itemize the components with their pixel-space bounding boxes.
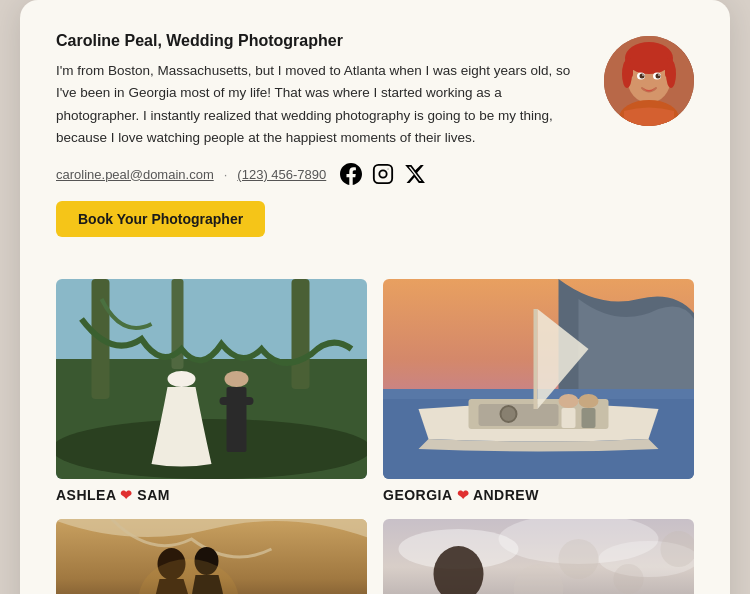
caption-ashlea-sam: ASHLEA ❤ SAM: [56, 487, 367, 503]
svg-rect-26: [220, 397, 254, 405]
gallery-item-ashlea-sam: ASHLEA ❤ SAM: [56, 279, 367, 503]
svg-point-48: [614, 564, 644, 594]
heart-icon-ashlea: ❤: [120, 487, 137, 503]
svg-rect-31: [479, 404, 559, 426]
svg-point-9: [666, 60, 676, 88]
svg-point-32: [501, 406, 517, 422]
gallery-image-georgia-andrew: [383, 279, 694, 479]
svg-point-33: [559, 394, 579, 408]
svg-rect-37: [534, 309, 538, 409]
gallery-item-bottom-left: [56, 519, 367, 594]
separator: ·: [224, 167, 228, 182]
svg-rect-25: [227, 387, 247, 452]
contact-row: caroline.peal@domain.com · (123) 456-789…: [56, 163, 580, 185]
svg-point-35: [579, 394, 599, 408]
avatar-container: [604, 36, 694, 126]
svg-rect-34: [562, 408, 576, 428]
email-link[interactable]: caroline.peal@domain.com: [56, 167, 214, 182]
svg-point-23: [168, 371, 196, 387]
photographer-bio: I'm from Boston, Massachusetts, but I mo…: [56, 60, 580, 149]
svg-point-1: [380, 170, 387, 177]
caption-left-ashlea: ASHLEA: [56, 487, 116, 503]
caption-right-andrew: ANDREW: [473, 487, 539, 503]
svg-point-8: [622, 60, 632, 88]
profile-section: Caroline Peal, Wedding Photographer I'm …: [56, 32, 694, 261]
svg-point-24: [225, 371, 249, 387]
svg-point-47: [559, 539, 599, 579]
gallery-image-ashlea-sam: [56, 279, 367, 479]
svg-point-12: [640, 74, 645, 79]
social-icons: [340, 163, 426, 185]
avatar: [604, 36, 694, 126]
x-twitter-icon[interactable]: [404, 163, 426, 185]
svg-point-2: [388, 169, 389, 170]
heart-icon-georgia: ❤: [457, 487, 473, 503]
svg-rect-20: [292, 279, 310, 389]
facebook-icon[interactable]: [340, 163, 362, 185]
profile-text: Caroline Peal, Wedding Photographer I'm …: [56, 32, 580, 261]
phone-link[interactable]: (123) 456-7890: [237, 167, 326, 182]
svg-point-15: [658, 74, 660, 76]
svg-point-14: [642, 74, 644, 76]
gallery-item-georgia-andrew: GEORGIA ❤ ANDREW: [383, 279, 694, 503]
svg-rect-36: [582, 408, 596, 428]
gallery-image-bottom-left: [56, 519, 367, 594]
gallery-image-bottom-right: [383, 519, 694, 594]
profile-card: Caroline Peal, Wedding Photographer I'm …: [20, 0, 730, 594]
avatar-placeholder: [604, 36, 694, 126]
caption-left-georgia: GEORGIA: [383, 487, 452, 503]
caption-georgia-andrew: GEORGIA ❤ ANDREW: [383, 487, 694, 503]
caption-right-sam: SAM: [137, 487, 170, 503]
book-photographer-button[interactable]: Book Your Photographer: [56, 201, 265, 237]
gallery-grid: ASHLEA ❤ SAM: [56, 279, 694, 594]
svg-point-22: [56, 419, 367, 479]
svg-rect-0: [374, 165, 392, 183]
instagram-icon[interactable]: [372, 163, 394, 185]
gallery-item-bottom-right: [383, 519, 694, 594]
svg-point-13: [656, 74, 661, 79]
photographer-name: Caroline Peal, Wedding Photographer: [56, 32, 580, 50]
